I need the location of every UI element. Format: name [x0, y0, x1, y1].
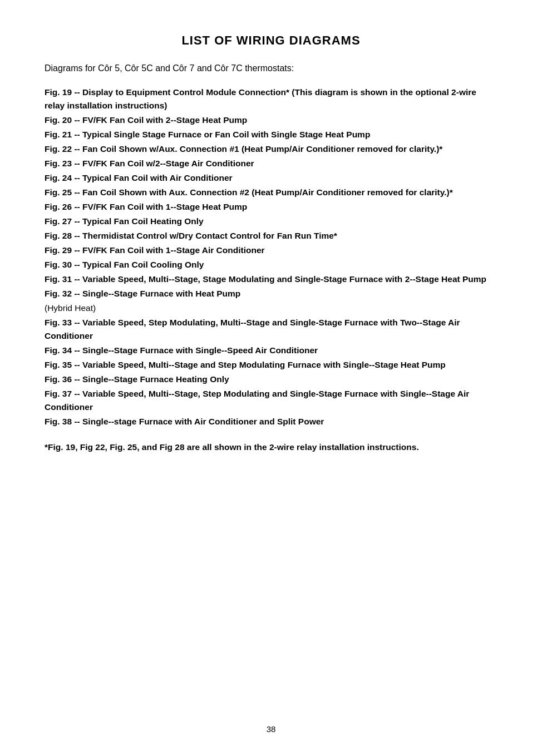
diagram-item-fig23: Fig. 23 -- FV/FK Fan Coil w/2--Stage Air… [45, 157, 497, 170]
subtitle: Diagrams for Côr 5, Côr 5C and Côr 7 and… [45, 63, 497, 73]
diagram-list: Fig. 19 -- Display to Equipment Control … [45, 86, 497, 428]
diagram-item-fig21: Fig. 21 -- Typical Single Stage Furnace … [45, 128, 497, 141]
page: LIST OF WIRING DIAGRAMS Diagrams for Côr… [0, 0, 542, 756]
diagram-item-fig36: Fig. 36 -- Single--Stage Furnace Heating… [45, 373, 497, 386]
diagram-subtext-fig32: (Hybrid Heat) [45, 302, 497, 315]
diagram-item-fig29: Fig. 29 -- FV/FK Fan Coil with 1--Stage … [45, 244, 497, 257]
diagram-item-fig25: Fig. 25 -- Fan Coil Shown with Aux. Conn… [45, 186, 497, 199]
diagram-item-fig30: Fig. 30 -- Typical Fan Coil Cooling Only [45, 258, 497, 271]
diagram-item-fig19: Fig. 19 -- Display to Equipment Control … [45, 86, 497, 112]
diagram-item-fig32: Fig. 32 -- Single--Stage Furnace with He… [45, 287, 497, 300]
diagram-item-fig31: Fig. 31 -- Variable Speed, Multi--Stage,… [45, 273, 497, 286]
diagram-item-fig37: Fig. 37 -- Variable Speed, Multi--Stage,… [45, 387, 497, 414]
diagram-item-fig33: Fig. 33 -- Variable Speed, Step Modulati… [45, 316, 497, 343]
diagram-item-fig28: Fig. 28 -- Thermidistat Control w/Dry Co… [45, 229, 497, 243]
diagram-item-fig38: Fig. 38 -- Single--stage Furnace with Ai… [45, 415, 497, 428]
page-number: 38 [267, 724, 276, 734]
diagram-item-fig35: Fig. 35 -- Variable Speed, Multi--Stage … [45, 358, 497, 372]
diagram-item-fig26: Fig. 26 -- FV/FK Fan Coil with 1--Stage … [45, 200, 497, 214]
diagram-item-fig34: Fig. 34 -- Single--Stage Furnace with Si… [45, 344, 497, 357]
page-title: LIST OF WIRING DIAGRAMS [45, 33, 497, 48]
footnote: *Fig. 19, Fig 22, Fig. 25, and Fig 28 ar… [45, 441, 497, 454]
diagram-item-fig27: Fig. 27 -- Typical Fan Coil Heating Only [45, 215, 497, 228]
diagram-item-fig24: Fig. 24 -- Typical Fan Coil with Air Con… [45, 171, 497, 185]
diagram-item-fig22: Fig. 22 -- Fan Coil Shown w/Aux. Connect… [45, 142, 497, 156]
diagram-item-fig20: Fig. 20 -- FV/FK Fan Coil with 2--Stage … [45, 113, 497, 127]
